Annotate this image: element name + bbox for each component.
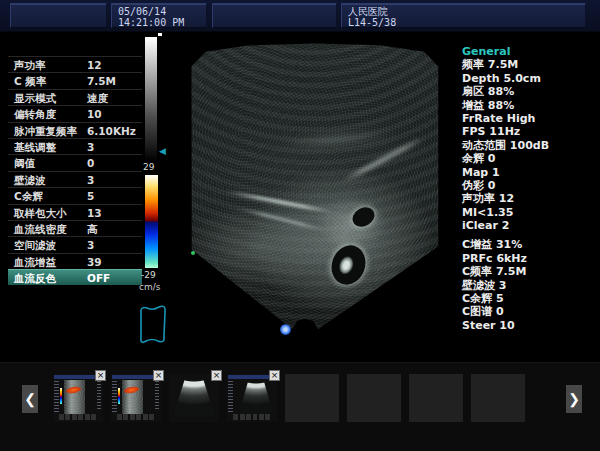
info-line: 增益 88% [462, 99, 597, 112]
info-line: 动态范围 100dB [462, 139, 597, 152]
thumbnail-slot-empty [471, 374, 525, 422]
param-row-acoustic-power[interactable]: 声功率 12 [8, 56, 142, 72]
body-marker-icon [136, 302, 170, 348]
apex-marker-blue-dot [280, 324, 291, 335]
param-label: 取样包大小 [14, 205, 67, 221]
thumb-sector-image [173, 377, 215, 420]
param-row-wall-filter[interactable]: 壁滤波 3 [8, 171, 142, 187]
speckle-texture [185, 40, 445, 335]
preset-header: General [462, 45, 597, 58]
info-line: iClear 2 [462, 219, 597, 232]
thumb-sector-image [239, 380, 273, 416]
info-line: C图谱 0 [462, 305, 597, 318]
thumbnail-sector-3[interactable]: × [169, 374, 219, 422]
param-row-steer-angle[interactable]: 偏转角度 10 [8, 105, 142, 121]
param-value: 6.10KHz [87, 123, 136, 139]
scroll-left-icon[interactable]: ❮ [22, 385, 38, 413]
param-value: 高 [87, 221, 98, 237]
thumbnail-slot-empty [409, 374, 463, 422]
param-row-spatial-filter[interactable]: 空间滤波 3 [8, 236, 142, 252]
close-icon[interactable]: × [269, 370, 280, 381]
doppler-color-bar [145, 175, 158, 268]
param-value: 12 [87, 57, 102, 73]
gray-map-top-marker [158, 33, 162, 36]
param-label: 声功率 [14, 57, 46, 73]
param-row-display-mode[interactable]: 显示模式 速度 [8, 89, 142, 105]
ultrasound-image[interactable] [185, 40, 445, 335]
param-label: 阈值 [14, 155, 35, 171]
thumb-mini-strip [233, 414, 271, 420]
info-line: MI<1.35 [462, 206, 597, 219]
param-label: 显示模式 [14, 90, 56, 106]
info-line: Depth 5.0cm [462, 72, 597, 85]
thumb-mini-strip [59, 414, 97, 420]
param-row-flow-gain[interactable]: 血流增益 39 [8, 253, 142, 269]
param-label: 血流反色 [14, 270, 56, 286]
param-value: 39 [87, 254, 102, 270]
param-row-threshold[interactable]: 阈值 0 [8, 154, 142, 170]
param-value: 10 [87, 106, 102, 122]
thumbnail-duplex-1[interactable]: × [53, 374, 103, 422]
info-line: Map 1 [462, 166, 597, 179]
thumb-left-text [112, 381, 117, 413]
param-row-line-density[interactable]: 血流线密度 高 [8, 220, 142, 236]
info-line: 声功率 12 [462, 192, 597, 205]
info-line: FPS 11Hz [462, 125, 597, 138]
param-label: 基线调整 [14, 139, 56, 155]
param-label: C 频率 [14, 73, 46, 89]
param-row-baseline[interactable]: 基线调整 3 [8, 138, 142, 154]
info-line: 扇区 88% [462, 85, 597, 98]
info-line: FrRate High [462, 112, 597, 125]
param-row-packet-size[interactable]: 取样包大小 13 [8, 204, 142, 220]
param-value: 5 [87, 188, 94, 204]
param-value: 3 [87, 237, 94, 253]
ultrasound-screen: 05/06/14 14:21:00 PM 人民医院 L14-5/38 声功率 1… [0, 0, 600, 451]
thumbnail-sector-4[interactable]: × [227, 374, 277, 422]
scroll-right-icon[interactable]: ❯ [566, 385, 582, 413]
thumbnail-duplex-2[interactable]: × [111, 374, 161, 422]
thumb-left-text [54, 381, 59, 413]
info-line: 频率 7.5M [462, 58, 597, 71]
top-status-bar: 05/06/14 14:21:00 PM 人民医院 L14-5/38 [0, 0, 600, 32]
hospital-name: 人民医院 [348, 6, 579, 17]
patient-info-box [10, 3, 107, 28]
param-row-flow-invert-selected[interactable]: 血流反色 OFF [8, 269, 142, 285]
param-label: 空间滤波 [14, 237, 56, 253]
info-line: Steer 10 [462, 319, 597, 332]
param-value: 7.5M [87, 73, 116, 89]
graymap-marker-icon: ◀ [159, 147, 166, 156]
probe-model: L14-5/38 [348, 17, 579, 28]
param-value: 0 [87, 155, 94, 171]
info-line: PRFc 6kHz [462, 252, 597, 265]
close-icon[interactable]: × [153, 370, 164, 381]
param-row-c-frequency[interactable]: C 频率 7.5M [8, 72, 142, 88]
time-text: 14:21:00 PM [118, 17, 200, 28]
image-info-panel: General 频率 7.5M Depth 5.0cm 扇区 88% 增益 88… [462, 45, 597, 332]
close-icon[interactable]: × [211, 370, 222, 381]
info-line: C增益 31% [462, 238, 597, 251]
hospital-probe-box: 人民医院 L14-5/38 [341, 3, 586, 28]
param-row-prf[interactable]: 脉冲重复频率 6.10KHz [8, 122, 142, 138]
velocity-min-label: -29 [141, 270, 156, 280]
info-line: C余辉 5 [462, 292, 597, 305]
exam-info-box [212, 3, 337, 28]
gray-map-bar [145, 37, 157, 161]
param-label: 偏转角度 [14, 106, 56, 122]
date-text: 05/06/14 [118, 6, 200, 17]
param-row-c-persistence[interactable]: C余辉 5 [8, 187, 142, 203]
info-line: 余辉 0 [462, 152, 597, 165]
param-value: OFF [87, 270, 110, 286]
thumb-colorbar [60, 388, 62, 404]
datetime-box: 05/06/14 14:21:00 PM [111, 3, 207, 28]
velocity-unit-label: cm/s [139, 282, 160, 292]
thumb-linear-image [64, 380, 85, 415]
thumb-right-text [97, 381, 101, 411]
param-label: 壁滤波 [14, 172, 46, 188]
info-line: C频率 7.5M [462, 265, 597, 278]
close-icon[interactable]: × [95, 370, 106, 381]
param-value: 3 [87, 139, 94, 155]
param-label: 血流增益 [14, 254, 56, 270]
thumbnail-strip: ❮ × × [0, 362, 600, 451]
info-line: 伪彩 0 [462, 179, 597, 192]
edge-marker-green-dot [191, 251, 195, 255]
